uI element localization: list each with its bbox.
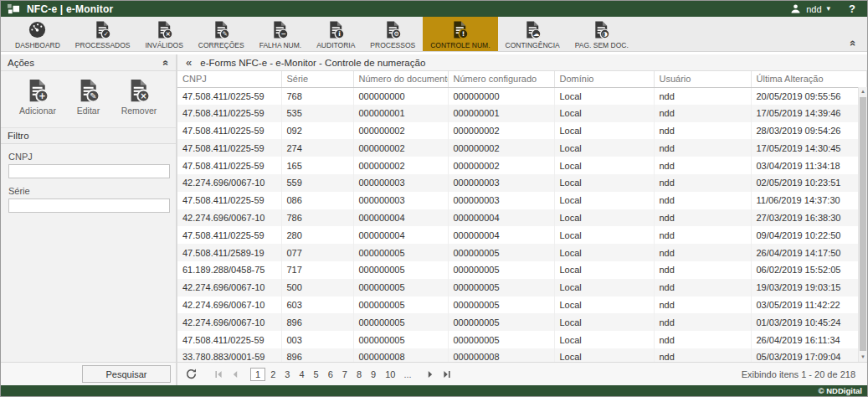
cell-dominio: Local xyxy=(554,331,654,348)
copyright-text: © NDDigital xyxy=(819,386,862,395)
cell-numero-documento: 000000004 xyxy=(353,209,448,227)
cell-cnpj: 47.508.411/0225-59 xyxy=(177,122,281,140)
doc-alert-icon: ! xyxy=(450,20,470,40)
cell-serie: 896 xyxy=(281,313,353,331)
cell-usuario: ndd xyxy=(654,261,751,279)
scrollbar-thumb[interactable] xyxy=(860,97,866,351)
content-area: « e-Forms NFC-e - e-Monitor - Controle d… xyxy=(177,54,867,385)
column-header-cnpj[interactable]: CNPJ xyxy=(177,71,281,87)
user-menu[interactable]: ndd xyxy=(806,4,821,14)
table-row[interactable]: 42.274.696/0067-10559000000003000000003L… xyxy=(177,174,867,192)
cell-ultima-alteracao: 11/06/2019 14:37:30 xyxy=(751,192,867,209)
actions-panel-title: Ações xyxy=(8,58,34,68)
toolbar-item-pag-sem-doc[interactable]: ◑PAG. SEM DOC. xyxy=(568,17,636,51)
cell-ultima-alteracao: 20/05/2019 09:55:56 xyxy=(751,87,867,105)
actions-collapse-icon[interactable]: « xyxy=(161,59,172,65)
column-header-serie[interactable]: Série xyxy=(281,71,353,87)
cell-ultima-alteracao: 27/03/2019 16:38:30 xyxy=(751,209,867,227)
page-number-7[interactable]: 7 xyxy=(338,369,352,380)
page-number-1[interactable]: 1 xyxy=(250,368,265,381)
sidebar-collapse-icon[interactable]: « xyxy=(186,56,192,69)
table-row[interactable]: 47.508.411/0225-59768000000000000000000L… xyxy=(177,87,867,105)
cell-usuario: ndd xyxy=(654,139,751,157)
doc-x-icon: × xyxy=(155,20,174,40)
table-row[interactable]: 47.508.411/0225-59535000000001000000001L… xyxy=(177,105,867,122)
table-row[interactable]: 61.189.288/0458-75717000000005000000005L… xyxy=(177,261,867,279)
cell-numero-documento: 000000000 xyxy=(353,87,448,105)
table-row[interactable]: 47.508.411/0225-59086000000003000000003L… xyxy=(177,192,867,209)
toolbar-item-contingencia[interactable]: ☁CONTINGÊNCIA xyxy=(498,17,568,51)
items-range-status: Exibindo itens 1 - 20 de 218 xyxy=(742,369,859,379)
cell-usuario: ndd xyxy=(654,296,751,314)
toolbar-collapse-icon[interactable]: « xyxy=(847,40,860,46)
numbering-table-wrap: CNPJSérieNúmero do documentoNúmero confi… xyxy=(177,71,867,362)
table-row[interactable]: 47.508.411/0225-59274000000002000000002L… xyxy=(177,139,867,157)
first-page-button[interactable] xyxy=(212,370,225,379)
svg-text:⚙: ⚙ xyxy=(393,30,399,38)
svg-text:!: ! xyxy=(462,30,465,38)
scroll-up-icon[interactable]: ▲ xyxy=(859,87,867,96)
cell-usuario: ndd xyxy=(654,174,751,192)
cell-ultima-alteracao: 19/03/2019 19:03:15 xyxy=(751,279,867,296)
page-number-8[interactable]: 8 xyxy=(352,369,366,380)
page-number-9[interactable]: 9 xyxy=(367,369,380,380)
column-header-ultima-alteracao[interactable]: Última Alteração xyxy=(751,71,867,87)
table-scrollbar[interactable]: ▲ ▼ xyxy=(858,87,867,362)
cell-dominio: Local xyxy=(554,261,654,279)
chevron-down-icon[interactable]: ▾ xyxy=(827,5,831,13)
column-header-dominio[interactable]: Domínio xyxy=(554,71,654,87)
page-number-6[interactable]: 6 xyxy=(324,369,337,380)
cell-numero-documento: 000000003 xyxy=(353,174,448,192)
scroll-down-icon[interactable]: ▼ xyxy=(859,353,867,362)
table-row[interactable]: 42.274.696/0067-10786000000004000000004L… xyxy=(177,209,867,227)
cell-numero-configurado: 000000008 xyxy=(448,348,554,362)
table-row[interactable]: 42.274.696/0067-10603000000005000000005L… xyxy=(177,296,867,314)
page-number-5[interactable]: 5 xyxy=(310,369,323,380)
last-page-button[interactable] xyxy=(440,370,454,379)
table-row[interactable]: 47.508.411/0225-59003000000005000000005L… xyxy=(177,331,867,348)
doc-minus-icon: − xyxy=(270,20,290,40)
action-button-label: Adicionar xyxy=(19,106,56,116)
cell-numero-configurado: 000000000 xyxy=(448,87,554,105)
table-row[interactable]: 33.780.883/0001-59896000000008000000008L… xyxy=(177,348,867,362)
toolbar-item-processos[interactable]: ⚙PROCESSOS xyxy=(362,17,423,51)
page-number-4[interactable]: 4 xyxy=(295,369,308,380)
column-header-numero-configurado[interactable]: Número configurado xyxy=(448,71,554,87)
table-row[interactable]: 42.274.696/0067-10500000000005000000005L… xyxy=(177,279,867,296)
next-page-button[interactable] xyxy=(424,370,437,379)
page-number-10[interactable]: 10 xyxy=(381,369,399,380)
cell-serie: 280 xyxy=(281,226,353,244)
toolbar-item-auditoria[interactable]: iAUDITORIA xyxy=(309,17,362,51)
cnpj-input[interactable] xyxy=(8,164,170,178)
toolbar-item-invalidos[interactable]: ×INVÁLIDOS xyxy=(138,17,191,51)
page-number-2[interactable]: 2 xyxy=(266,369,280,380)
toolbar-item-falha-num[interactable]: −FALHA NUM. xyxy=(252,17,310,51)
column-header-usuario[interactable]: Usuário xyxy=(654,71,751,87)
cell-numero-configurado: 000000003 xyxy=(448,174,554,192)
page-number-3[interactable]: 3 xyxy=(280,369,294,380)
toolbar-item-label: CONTINGÊNCIA xyxy=(506,41,560,49)
adicionar-button[interactable]: +Adicionar xyxy=(13,78,63,116)
refresh-icon[interactable] xyxy=(186,369,197,379)
toolbar-item-correcoes[interactable]: ✎CORREÇÕES xyxy=(191,17,252,51)
table-row[interactable]: 47.508.411/0225-59165000000002000000002L… xyxy=(177,157,867,174)
table-row[interactable]: 47.508.411/0225-59092000000002000000002L… xyxy=(177,122,867,140)
actions-row: +Adicionar✎Editar×Remover xyxy=(1,71,176,124)
remover-button[interactable]: ×Remover xyxy=(114,78,164,116)
previous-page-button[interactable] xyxy=(229,370,242,379)
column-header-numero-documento[interactable]: Número do documento xyxy=(353,71,448,87)
cell-serie: 768 xyxy=(281,87,353,105)
toolbar-item-processados[interactable]: ✓PROCESSADOS xyxy=(68,17,138,51)
toolbar-item-dashboard[interactable]: DASHBOARD xyxy=(8,17,68,51)
toolbar-item-controle-num[interactable]: !CONTROLE NUM. xyxy=(423,17,497,51)
help-button[interactable]: ? xyxy=(849,3,855,15)
svg-text:✎: ✎ xyxy=(222,30,227,38)
cell-ultima-alteracao: 05/03/2019 17:09:04 xyxy=(751,348,867,362)
serie-input[interactable] xyxy=(8,198,170,213)
editar-button[interactable]: ✎Editar xyxy=(64,78,114,116)
table-row[interactable]: 47.508.411/0225-59280000000004000000004L… xyxy=(177,226,867,244)
cell-numero-configurado: 000000005 xyxy=(448,244,554,261)
table-row[interactable]: 42.274.696/0067-10896000000005000000005L… xyxy=(177,313,867,331)
table-row[interactable]: 47.508.411/2589-19077000000005000000005L… xyxy=(177,244,867,261)
search-button[interactable]: Pesquisar xyxy=(82,365,171,383)
